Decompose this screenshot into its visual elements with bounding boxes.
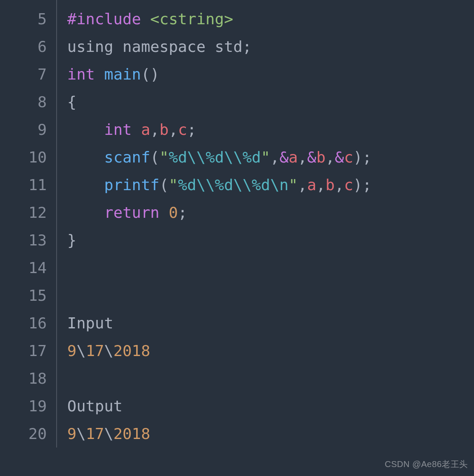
token: int — [67, 66, 95, 83]
code-content[interactable]: int a,b,c; — [57, 116, 197, 143]
token: , — [335, 176, 344, 194]
code-line[interactable]: 179\17\2018 — [0, 337, 474, 365]
token — [141, 10, 150, 28]
token: , — [316, 176, 326, 194]
token: b — [316, 148, 326, 166]
code-line[interactable]: 14 — [0, 254, 474, 282]
code-content[interactable]: } — [57, 226, 77, 254]
token: , — [270, 148, 280, 166]
token: " — [261, 148, 270, 166]
code-content[interactable]: int main() — [57, 60, 160, 88]
token: ( — [150, 148, 160, 166]
token: %d — [168, 148, 187, 166]
code-content[interactable]: printf("%d\\%d\\%d\n",a,b,c); — [57, 171, 371, 199]
token: ; — [178, 204, 187, 221]
token: 0 — [168, 204, 178, 221]
token: \ — [77, 342, 86, 359]
code-line[interactable]: 209\17\2018 — [0, 420, 474, 447]
token: " — [168, 176, 178, 194]
line-number: 19 — [0, 392, 56, 420]
line-number: 15 — [0, 282, 56, 309]
token: c — [178, 121, 187, 138]
code-line[interactable]: 19Output — [0, 392, 474, 420]
token: } — [67, 231, 77, 249]
token: b — [326, 176, 335, 194]
code-content[interactable]: { — [57, 88, 77, 116]
line-number: 18 — [0, 365, 56, 392]
token: a — [307, 176, 317, 194]
token: #include — [67, 10, 141, 28]
code-content[interactable]: using namespace std; — [57, 33, 251, 60]
token: , — [326, 148, 335, 166]
token: 2018 — [113, 425, 150, 442]
token: () — [141, 66, 159, 83]
token: a — [288, 148, 298, 166]
token: \ — [77, 425, 86, 442]
token: ); — [353, 176, 371, 194]
token: , — [150, 121, 160, 138]
token: main — [104, 66, 141, 83]
gutter-separator — [56, 0, 57, 5]
code-editor[interactable]: 4#include <cstdlib>5#include <cstring>6u… — [0, 0, 474, 476]
code-line[interactable]: 4#include <cstdlib> — [0, 0, 474, 5]
code-line[interactable]: 8{ — [0, 88, 474, 116]
gutter-separator — [56, 254, 57, 282]
token: <cstring> — [150, 10, 233, 28]
token — [67, 176, 104, 194]
line-number: 9 — [0, 116, 56, 143]
token: c — [344, 148, 353, 166]
code-line[interactable]: 9 int a,b,c; — [0, 116, 474, 143]
code-line[interactable]: 11 printf("%d\\%d\\%d\n",a,b,c); — [0, 171, 474, 199]
code-line[interactable]: 13} — [0, 226, 474, 254]
token: b — [160, 121, 169, 138]
code-content[interactable]: return 0; — [57, 199, 187, 226]
token: ); — [353, 148, 371, 166]
code-content[interactable]: #include <cstring> — [57, 5, 233, 33]
code-line[interactable]: 15 — [0, 282, 474, 309]
token: & — [335, 148, 344, 166]
token: 9 — [67, 425, 77, 442]
code-line[interactable]: 5#include <cstring> — [0, 5, 474, 33]
code-content[interactable]: 9\17\2018 — [57, 420, 150, 447]
code-line[interactable]: 6using namespace std; — [0, 33, 474, 60]
token: \\ — [187, 148, 206, 166]
token — [132, 121, 141, 138]
line-number: 16 — [0, 309, 56, 337]
line-number: 12 — [0, 199, 56, 226]
watermark: CSDN @Ae86老王头 — [385, 459, 468, 470]
line-number: 11 — [0, 171, 56, 199]
code-line[interactable]: 12 return 0; — [0, 199, 474, 226]
token — [67, 148, 104, 166]
token: ; — [187, 121, 197, 138]
code-content[interactable]: 9\17\2018 — [57, 337, 150, 365]
token: \ — [104, 342, 114, 359]
token: ( — [160, 176, 169, 194]
line-number: 20 — [0, 420, 56, 447]
token: %d — [178, 176, 196, 194]
code-line[interactable]: 16Input — [0, 309, 474, 337]
line-number: 17 — [0, 337, 56, 365]
line-number: 13 — [0, 226, 56, 254]
token: %d — [215, 176, 233, 194]
token: %d — [243, 148, 261, 166]
token: & — [307, 148, 317, 166]
code-line[interactable]: 10 scanf("%d\\%d\\%d",&a,&b,&c); — [0, 143, 474, 171]
token: Output — [67, 397, 123, 415]
token: return — [104, 204, 160, 221]
token: 17 — [86, 425, 104, 442]
code-line[interactable]: 7int main() — [0, 60, 474, 88]
token — [160, 204, 169, 221]
token: , — [168, 121, 178, 138]
code-content[interactable]: Output — [57, 392, 123, 420]
code-content[interactable]: Input — [57, 309, 113, 337]
token: 2018 — [113, 342, 150, 359]
token: \n — [270, 176, 288, 194]
token: %d — [252, 176, 270, 194]
code-content[interactable]: scanf("%d\\%d\\%d",&a,&b,&c); — [57, 143, 371, 171]
token: & — [280, 148, 289, 166]
line-number: 6 — [0, 33, 56, 60]
code-line[interactable]: 18 — [0, 365, 474, 392]
token: c — [344, 176, 353, 194]
gutter-separator — [56, 365, 57, 392]
token: \\ — [224, 148, 243, 166]
